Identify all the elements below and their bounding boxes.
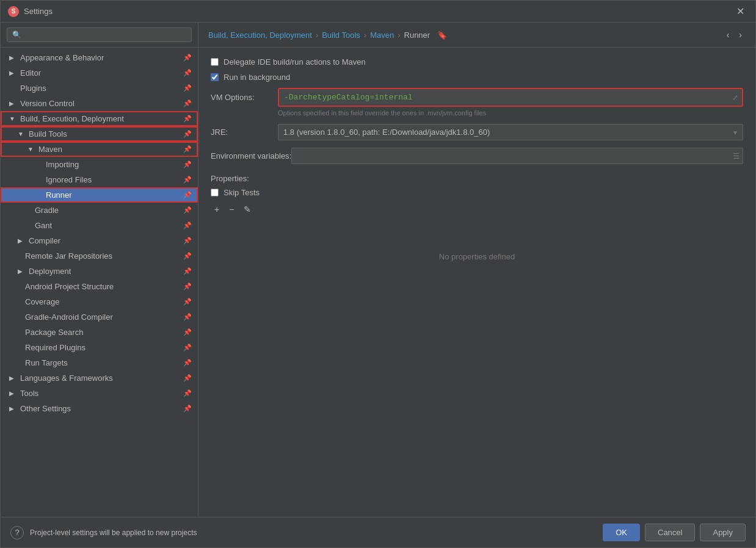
delegate-checkbox[interactable]: [211, 58, 219, 66]
sidebar-item-label: Tools: [20, 389, 38, 398]
expand-arrow-lang: ▶: [9, 375, 16, 381]
pin-icon: 📌: [183, 298, 192, 306]
search-input[interactable]: [7, 27, 192, 42]
expand-arrow-editor: ▶: [9, 70, 16, 76]
skip-tests-label[interactable]: Skip Tests: [224, 188, 260, 197]
no-properties-text: No properties defined: [211, 252, 743, 261]
sidebar-item-other-settings[interactable]: ▶ Other Settings 📌: [1, 401, 198, 416]
expand-arrow-build-tools: ▼: [18, 131, 25, 137]
title-bar: S Settings ✕: [1, 1, 755, 23]
sidebar-item-required-plugins[interactable]: Required Plugins 📌: [1, 340, 198, 355]
pin-icon: 📌: [183, 84, 192, 92]
bottom-notice: Project-level settings will be applied t…: [30, 528, 597, 537]
breadcrumb-part-4: Runner: [404, 31, 431, 40]
pin-icon: 📌: [183, 99, 192, 107]
sidebar-item-plugins[interactable]: Plugins 📌: [1, 81, 198, 96]
skip-tests-row: Skip Tests: [211, 188, 743, 197]
search-box: [1, 23, 198, 48]
pin-icon: 📌: [183, 160, 192, 168]
run-background-checkbox[interactable]: [211, 73, 219, 81]
sidebar-item-label: Editor: [20, 68, 41, 78]
sidebar-item-label: Languages & Frameworks: [20, 373, 113, 383]
run-background-label[interactable]: Run in background: [224, 73, 290, 82]
main-content: ▶ Appearance & Behavior 📌 ▶ Editor 📌 Plu…: [1, 23, 755, 517]
sidebar-item-label: Ignored Files: [46, 175, 92, 184]
sidebar-item-editor[interactable]: ▶ Editor 📌: [1, 65, 198, 81]
sidebar-item-label: Run Targets: [25, 358, 68, 367]
properties-section: Properties: Skip Tests + − ✎ No properti…: [211, 174, 743, 261]
sidebar-item-deployment[interactable]: ▶ Deployment 📌: [1, 264, 198, 279]
sidebar-item-label: Deployment: [29, 267, 71, 276]
pin-icon: 📌: [183, 405, 192, 413]
env-browse-icon[interactable]: ☰: [733, 152, 740, 160]
pin-icon: 📌: [183, 145, 192, 153]
sidebar-item-tools[interactable]: ▶ Tools 📌: [1, 386, 198, 401]
sidebar-item-run-targets[interactable]: Run Targets 📌: [1, 355, 198, 370]
sidebar-item-package-search[interactable]: Package Search 📌: [1, 325, 198, 340]
sidebar-item-version-control[interactable]: ▶ Version Control 📌: [1, 96, 198, 111]
env-input-wrapper: ☰: [291, 148, 743, 164]
sidebar-item-maven[interactable]: ▼ Maven 📌: [1, 142, 198, 157]
pin-icon: 📌: [183, 267, 192, 275]
sidebar-item-coverage[interactable]: Coverage 📌: [1, 294, 198, 309]
sidebar-item-importing[interactable]: Importing 📌: [1, 157, 198, 172]
sidebar-item-appearance[interactable]: ▶ Appearance & Behavior 📌: [1, 50, 198, 65]
pin-icon: 📌: [183, 344, 192, 352]
vm-options-hint: Options specified in this field override…: [278, 109, 743, 117]
run-background-row: Run in background: [211, 73, 743, 82]
expand-arrow-maven: ▼: [27, 146, 35, 153]
properties-label: Properties:: [211, 174, 743, 183]
expand-arrow-deployment: ▶: [18, 268, 25, 275]
expand-icon[interactable]: ⤢: [732, 93, 738, 102]
pin-icon: 📌: [183, 237, 192, 245]
apply-button[interactable]: Apply: [700, 524, 746, 541]
pin-icon: 📌: [183, 54, 192, 62]
sidebar-item-compiler[interactable]: ▶ Compiler 📌: [1, 233, 198, 248]
app-icon: S: [8, 6, 19, 17]
vm-input-wrapper: ⤢: [278, 88, 743, 107]
sidebar-item-android[interactable]: Android Project Structure 📌: [1, 279, 198, 294]
right-panel: Build, Execution, Deployment › Build Too…: [198, 23, 755, 517]
sidebar-item-languages[interactable]: ▶ Languages & Frameworks 📌: [1, 370, 198, 386]
sidebar-item-label: Required Plugins: [25, 343, 85, 352]
pin-icon: 📌: [183, 222, 192, 229]
sidebar-item-label: Importing: [46, 160, 79, 169]
breadcrumb-forward-button[interactable]: ›: [735, 29, 746, 41]
env-label: Environment variables:: [211, 151, 291, 160]
skip-tests-checkbox[interactable]: [211, 189, 219, 196]
sidebar: ▶ Appearance & Behavior 📌 ▶ Editor 📌 Plu…: [1, 23, 198, 517]
env-row: Environment variables: ☰: [211, 148, 743, 164]
sidebar-item-label: Coverage: [25, 297, 59, 306]
expand-arrow-vc: ▶: [9, 100, 16, 107]
expand-arrow-appearance: ▶: [9, 54, 16, 61]
sidebar-item-runner[interactable]: Runner 📌: [1, 187, 198, 203]
breadcrumb-sep-1: ›: [316, 31, 318, 40]
env-variables-input[interactable]: [291, 148, 743, 164]
jre-select[interactable]: 1.8 (version 1.8.0_60, path: E:/Download…: [278, 124, 743, 140]
pin-icon: 📌: [183, 206, 192, 214]
remove-property-button[interactable]: −: [225, 203, 238, 215]
sidebar-item-gant[interactable]: Gant 📌: [1, 218, 198, 233]
cancel-button[interactable]: Cancel: [645, 524, 695, 541]
edit-property-button[interactable]: ✎: [240, 203, 255, 215]
delegate-label[interactable]: Delegate IDE build/run actions to Maven: [224, 57, 366, 67]
panel-content: Delegate IDE build/run actions to Maven …: [198, 48, 755, 517]
close-button[interactable]: ✕: [733, 4, 748, 18]
vm-options-input[interactable]: [279, 89, 742, 106]
sidebar-item-label: Android Project Structure: [25, 282, 114, 291]
ok-button[interactable]: OK: [603, 524, 640, 541]
pin-icon: 📌: [183, 69, 192, 77]
sidebar-item-remote-jar[interactable]: Remote Jar Repositories 📌: [1, 248, 198, 264]
help-button[interactable]: ?: [10, 526, 24, 539]
sidebar-item-ignored-files[interactable]: Ignored Files 📌: [1, 172, 198, 187]
sidebar-item-gradle[interactable]: Gradle 📌: [1, 203, 198, 218]
breadcrumb-bookmark[interactable]: 🔖: [437, 31, 447, 40]
sidebar-item-build-execution[interactable]: ▼ Build, Execution, Deployment 📌: [1, 111, 198, 126]
pin-icon: 📌: [183, 115, 192, 123]
expand-arrow-tools: ▶: [9, 390, 16, 397]
sidebar-item-label: Gradle: [35, 206, 59, 215]
add-property-button[interactable]: +: [211, 203, 223, 215]
breadcrumb-back-button[interactable]: ‹: [723, 29, 733, 41]
sidebar-item-gradle-android[interactable]: Gradle-Android Compiler 📌: [1, 309, 198, 325]
sidebar-item-build-tools[interactable]: ▼ Build Tools 📌: [1, 126, 198, 142]
